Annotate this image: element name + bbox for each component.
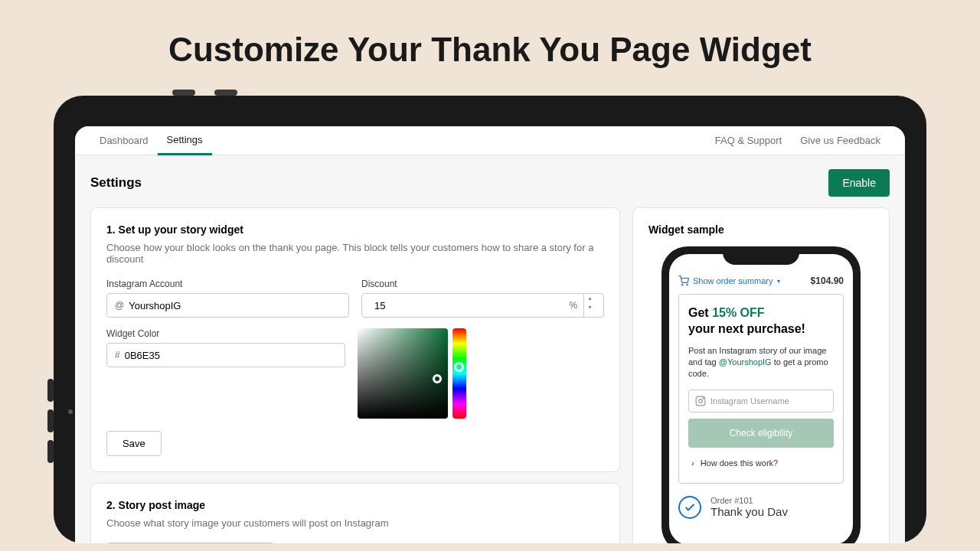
step-up-icon[interactable]: ▲ xyxy=(584,294,596,303)
thank-you-text: Thank you Dav xyxy=(710,505,788,518)
enable-button[interactable]: Enable xyxy=(828,169,890,197)
at-prefix: @ xyxy=(115,300,124,311)
order-number: Order #101 xyxy=(710,496,788,505)
story-card: 2. Story post image Choose what story im… xyxy=(90,483,620,543)
color-label: Widget Color xyxy=(106,328,345,339)
tablet-frame: Dashboard Settings FAQ & Support Give us… xyxy=(54,96,926,543)
how-does-this-work-link[interactable]: › How does this work? xyxy=(688,454,834,472)
setup-card: 1. Set up your story widget Choose how y… xyxy=(90,207,620,472)
color-saturation-box[interactable] xyxy=(358,328,448,419)
phone-mockup: Show order summary ▾ $104.90 Get 15% OFF… xyxy=(662,246,861,543)
check-circle-icon xyxy=(678,496,701,519)
hash-prefix: # xyxy=(115,350,120,360)
chevron-down-icon: ▾ xyxy=(777,278,780,285)
order-confirmation: Order #101 Thank you Dav xyxy=(678,496,844,519)
faq-link[interactable]: FAQ & Support xyxy=(706,135,791,146)
svg-point-4 xyxy=(687,285,688,285)
discount-input[interactable]: % ▲ ▼ xyxy=(361,293,604,318)
app-screen: Dashboard Settings FAQ & Support Give us… xyxy=(75,126,905,543)
setup-title: 1. Set up your story widget xyxy=(106,223,604,236)
sample-title: Widget sample xyxy=(648,223,874,236)
show-summary-toggle[interactable]: Show order summary ▾ xyxy=(678,276,780,286)
percent-suffix: % xyxy=(569,300,577,311)
feedback-link[interactable]: Give us Feedback xyxy=(791,135,890,146)
color-input[interactable]: # xyxy=(106,343,345,367)
instagram-field[interactable] xyxy=(124,300,341,311)
cart-icon xyxy=(678,276,689,286)
story-title: 2. Story post image xyxy=(106,499,604,511)
tab-dashboard[interactable]: Dashboard xyxy=(90,127,158,154)
image-type-toggle: Template Custom xyxy=(106,543,274,543)
promo-description: Post an Instagram story of our image and… xyxy=(688,345,834,380)
color-picker[interactable] xyxy=(358,328,466,419)
top-navigation: Dashboard Settings FAQ & Support Give us… xyxy=(75,126,905,155)
sample-card: Widget sample Show order summary ▾ $104.… xyxy=(632,207,890,543)
discount-field[interactable] xyxy=(370,300,569,311)
discount-label: Discount xyxy=(361,279,604,289)
setup-subtitle: Choose how your block looks on the thank… xyxy=(106,242,604,265)
svg-point-3 xyxy=(682,285,683,285)
page-title: Settings xyxy=(90,175,142,191)
step-down-icon[interactable]: ▼ xyxy=(584,303,596,312)
check-eligibility-button[interactable]: Check eligibility xyxy=(688,419,834,448)
tab-settings[interactable]: Settings xyxy=(158,126,212,155)
promo-widget: Get 15% OFF your next purchase! Post an … xyxy=(678,294,844,484)
discount-stepper[interactable]: ▲ ▼ xyxy=(583,294,596,317)
order-total: $104.90 xyxy=(811,276,844,286)
hero-title: Customize Your Thank You Page Widget xyxy=(0,0,980,96)
username-input[interactable]: Instagram Username xyxy=(688,390,834,412)
order-summary-bar: Show order summary ▾ $104.90 xyxy=(678,276,844,286)
chevron-right-icon: › xyxy=(691,458,694,468)
color-hue-slider[interactable] xyxy=(452,328,466,419)
instagram-label: Instagram Account xyxy=(106,279,349,289)
instagram-input[interactable]: @ xyxy=(106,293,349,318)
save-button[interactable]: Save xyxy=(106,431,162,456)
svg-point-7 xyxy=(703,398,704,399)
promo-headline: Get 15% OFF your next purchase! xyxy=(688,305,834,337)
svg-point-6 xyxy=(699,399,703,403)
instagram-icon xyxy=(695,396,706,406)
story-subtitle: Choose what story image your customers w… xyxy=(106,517,604,529)
color-field[interactable] xyxy=(120,350,337,361)
